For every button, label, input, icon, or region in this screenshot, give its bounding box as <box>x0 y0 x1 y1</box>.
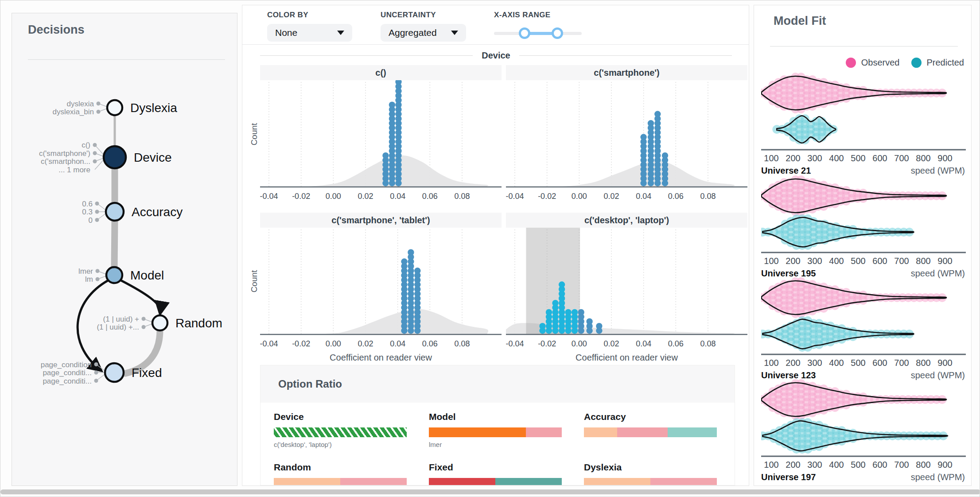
histogram-plot[interactable]: -0.04-0.020.000.020.040.060.08 <box>506 80 747 202</box>
universe-dot[interactable] <box>662 152 668 159</box>
decision-node-fixed[interactable] <box>105 363 124 382</box>
device-section-title: Device <box>482 50 510 61</box>
ratio-item-fixed: Fixedpage_condition*d... page_condition*… <box>429 462 562 485</box>
universe-dot[interactable] <box>552 300 558 306</box>
x-tick-label: -0.04 <box>506 339 524 348</box>
universe-dot[interactable] <box>578 309 584 315</box>
universe-dot[interactable] <box>546 309 552 315</box>
option-label-device[interactable]: c('smartphon... <box>41 157 90 166</box>
uncertainty-value: Aggregated <box>389 27 437 38</box>
option-label-model[interactable]: lmer <box>78 267 93 276</box>
app-window: Decisions dyslexiadyslexia_binDyslexiac(… <box>0 0 980 497</box>
universe-dot[interactable] <box>401 258 407 264</box>
option-label-random[interactable]: (1 | uuid) + <box>103 315 140 323</box>
universe-dot[interactable] <box>408 249 414 256</box>
universe-dot[interactable] <box>572 309 578 315</box>
uncertainty-dropdown[interactable]: Aggregated <box>381 24 466 42</box>
ratio-bar-segment[interactable] <box>650 478 717 485</box>
x-tick-label: 0.02 <box>603 339 619 348</box>
decision-node-accuracy[interactable] <box>106 203 124 221</box>
ratio-bar[interactable] <box>584 427 717 437</box>
x-tick-label: 300 <box>807 153 822 163</box>
universe-dot[interactable] <box>539 323 545 329</box>
ratio-bar-segment[interactable] <box>429 427 526 437</box>
ratio-bar-segment[interactable] <box>668 427 717 437</box>
option-label-device[interactable]: c('smartphone') <box>39 149 90 158</box>
slider-handle-right[interactable] <box>552 27 563 39</box>
x-tick-label: 0.02 <box>358 192 373 201</box>
x-tick-label: 100 <box>764 256 778 266</box>
x-tick-label: 800 <box>916 460 930 470</box>
option-label-device[interactable]: c() <box>82 141 90 149</box>
option-label-fixed[interactable]: page_conditi... <box>43 377 92 385</box>
option-label-accuracy[interactable]: 0.3 <box>82 208 93 216</box>
ratio-bar-segment[interactable] <box>340 478 407 485</box>
option-label-dyslexia[interactable]: dyslexia <box>67 100 94 108</box>
x-tick-label: 0.04 <box>636 192 651 201</box>
option-label-accuracy[interactable]: 0 <box>89 216 93 225</box>
horizontal-scrollbar[interactable] <box>0 489 980 494</box>
option-label-fixed[interactable]: page_conditi... <box>43 369 92 377</box>
x-tick-label: 500 <box>851 358 865 368</box>
legend: Observed Predicted <box>846 58 964 68</box>
universe-dot[interactable] <box>586 318 592 325</box>
ratio-bar[interactable] <box>584 478 717 485</box>
ratio-bar[interactable] <box>274 427 407 437</box>
violin-group-4: 100200300400500600700800900Universe 197s… <box>761 374 969 482</box>
decision-node-device[interactable] <box>104 146 126 168</box>
ratio-bar[interactable] <box>274 478 407 485</box>
histogram-title: c('smartphone', 'tablet') <box>260 213 502 228</box>
universe-dot[interactable] <box>559 281 565 287</box>
color-by-dropdown[interactable]: None <box>267 24 352 42</box>
histogram-plot[interactable]: -0.04-0.020.000.020.040.060.08 <box>506 228 747 350</box>
ratio-bar-segment[interactable] <box>584 427 617 437</box>
decision-node-random[interactable] <box>152 315 167 330</box>
decision-graph[interactable]: dyslexiadyslexia_binDyslexiac()c('smartp… <box>12 13 238 485</box>
universe-dot[interactable] <box>654 111 661 117</box>
ratio-bar-segment[interactable] <box>526 427 562 437</box>
x-tick-label: 200 <box>786 358 800 368</box>
option-label-fixed[interactable]: page_condition <box>41 361 92 369</box>
ratio-bar[interactable] <box>429 478 562 485</box>
slider-handle-left[interactable] <box>519 27 530 39</box>
option-label-model[interactable]: lm <box>85 275 93 283</box>
uncertainty-control: UNCERTAINTY Aggregated <box>381 11 466 42</box>
color-by-label: COLOR BY <box>267 11 352 19</box>
histogram-card: c('smartphone')-0.04-0.020.000.020.040.0… <box>506 65 747 204</box>
universe-dot[interactable] <box>414 268 420 274</box>
decision-node-model[interactable] <box>106 267 122 283</box>
ratio-bar-segment[interactable] <box>495 478 562 485</box>
universe-dot[interactable] <box>640 134 646 140</box>
x-tick-label: 400 <box>829 153 844 163</box>
x-tick-label: 200 <box>786 256 800 266</box>
ratio-bar-segment[interactable] <box>274 478 340 485</box>
universe-dot[interactable] <box>596 323 602 329</box>
option-label-dyslexia[interactable]: dyslexia_bin <box>52 108 94 116</box>
violin-plot: 100200300400500600700800900 <box>761 170 969 267</box>
universe-dot[interactable] <box>565 309 571 315</box>
option-label-random[interactable]: (1 | uuid) +... <box>97 323 139 331</box>
decision-node-dyslexia[interactable] <box>107 100 122 115</box>
x-axis-range-control: X-AXIS RANGE <box>494 11 582 39</box>
violin-plot: 100200300400500600700800900 <box>761 374 969 470</box>
x-axis-range-slider[interactable] <box>494 27 582 39</box>
histogram-plot[interactable]: -0.04-0.020.000.020.040.060.08 <box>260 80 502 202</box>
node-label-accuracy: Accuracy <box>132 205 183 219</box>
x-tick-label: -0.02 <box>538 339 556 348</box>
ratio-bar-segment[interactable] <box>429 478 495 485</box>
violin-plot: 100200300400500600700800900 <box>761 272 969 369</box>
ratio-bar[interactable] <box>429 427 562 437</box>
uncertainty-label: UNCERTAINTY <box>381 11 466 19</box>
option-label-accuracy[interactable]: 0.6 <box>82 200 93 208</box>
x-tick-label: 600 <box>872 256 887 266</box>
x-tick-label: 900 <box>937 460 952 470</box>
universe-dot[interactable] <box>648 120 654 126</box>
ratio-bar-segment[interactable] <box>617 427 668 437</box>
x-tick-label: 0.06 <box>668 192 684 201</box>
universe-dot[interactable] <box>389 102 395 108</box>
histogram-plot[interactable]: -0.04-0.020.000.020.040.060.08 <box>260 228 502 350</box>
universe-dot[interactable] <box>382 152 389 159</box>
ratio-bar-segment[interactable] <box>584 478 650 485</box>
option-label-device[interactable]: ... 1 more <box>58 166 90 174</box>
x-tick-label: 0.04 <box>636 339 651 348</box>
